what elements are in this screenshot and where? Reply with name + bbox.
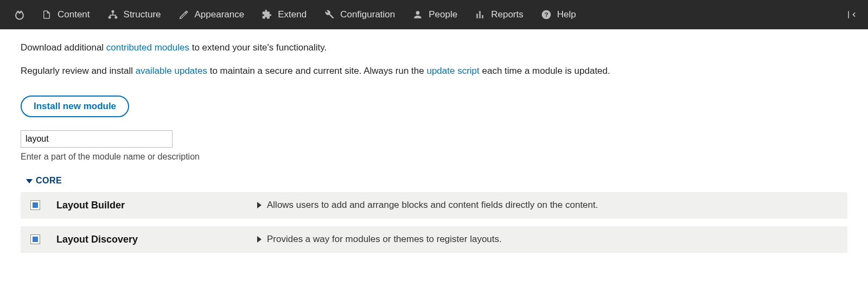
module-name: Layout Builder — [56, 200, 257, 211]
help-icon: ? — [541, 9, 552, 20]
module-filter-input[interactable] — [21, 130, 173, 148]
toolbar-label: Content — [58, 9, 90, 20]
svg-text:?: ? — [544, 11, 548, 18]
module-description-toggle[interactable]: Provides a way for modules or themes to … — [257, 234, 502, 245]
toolbar-label: Reports — [491, 9, 524, 20]
toolbar-item-structure[interactable]: Structure — [99, 0, 170, 29]
drupal-logo[interactable] — [7, 0, 33, 29]
toolbar-item-configuration[interactable]: Configuration — [315, 0, 404, 29]
intro-line-1: Download additional contributed modules … — [21, 40, 847, 56]
module-description-toggle[interactable]: Allows users to add and arrange blocks a… — [257, 200, 598, 211]
module-row: Layout Discovery Provides a way for modu… — [21, 226, 847, 253]
module-group-core[interactable]: CORE — [26, 176, 847, 186]
people-icon — [412, 9, 423, 20]
update-script-link[interactable]: update script — [426, 66, 479, 76]
install-new-module-button[interactable]: Install new module — [21, 96, 129, 117]
caret-right-icon — [257, 202, 261, 208]
admin-toolbar: Content Structure Appearance Extend Conf… — [0, 0, 868, 29]
toolbar-collapse[interactable] — [842, 0, 861, 29]
toolbar-item-extend[interactable]: Extend — [253, 0, 315, 29]
module-row: Layout Builder Allows users to add and a… — [21, 192, 847, 219]
toolbar-item-people[interactable]: People — [404, 0, 466, 29]
module-checkbox-layout-discovery[interactable] — [30, 234, 40, 244]
intro-line-2: Regularly review and install available u… — [21, 63, 847, 79]
toolbar-item-content[interactable]: Content — [33, 0, 99, 29]
caret-down-icon — [26, 179, 33, 183]
toolbar-label: Configuration — [340, 9, 395, 20]
toolbar-label: Help — [557, 9, 576, 20]
reports-icon — [475, 9, 486, 20]
toolbar-item-reports[interactable]: Reports — [466, 0, 532, 29]
content-icon — [41, 9, 52, 20]
toolbar-label: Appearance — [195, 9, 245, 20]
toolbar-item-appearance[interactable]: Appearance — [170, 0, 253, 29]
module-name: Layout Discovery — [56, 234, 257, 245]
contributed-modules-link[interactable]: contributed modules — [106, 42, 189, 53]
toolbar-label: Structure — [124, 9, 161, 20]
configuration-icon — [324, 9, 335, 20]
filter-help-text: Enter a part of the module name or descr… — [21, 152, 847, 162]
main-content: Download additional contributed modules … — [0, 29, 868, 271]
drupal-icon — [14, 9, 25, 20]
toolbar-item-help[interactable]: ? Help — [532, 0, 585, 29]
toolbar-label: Extend — [278, 9, 307, 20]
toolbar-label: People — [429, 9, 457, 20]
caret-right-icon — [257, 236, 261, 243]
extend-icon — [261, 9, 272, 20]
appearance-icon — [178, 9, 189, 20]
structure-icon — [107, 9, 118, 20]
available-updates-link[interactable]: available updates — [136, 66, 207, 76]
module-checkbox-layout-builder[interactable] — [30, 200, 40, 210]
collapse-icon — [846, 9, 857, 20]
